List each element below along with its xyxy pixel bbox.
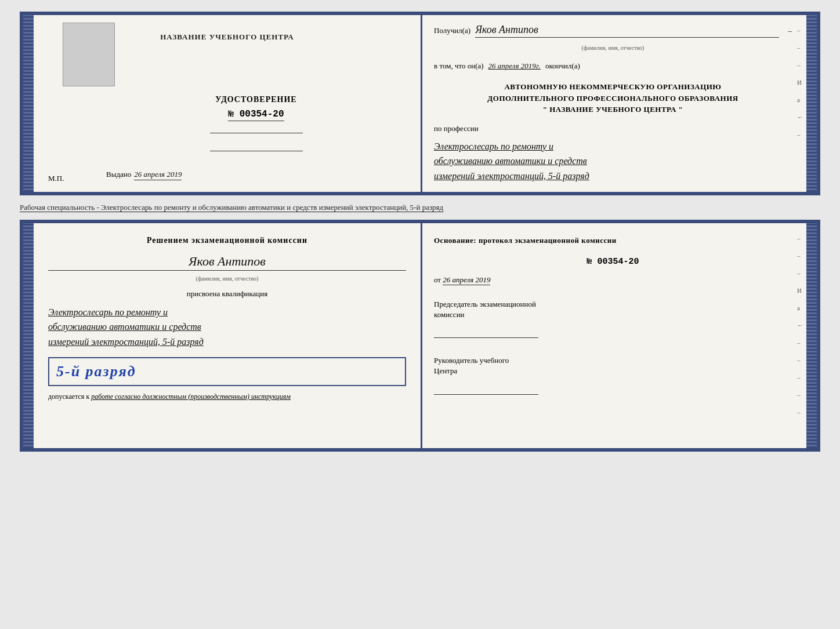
commission-title: Решением экзаменационной комиссии — [48, 235, 406, 246]
qual-line2: обслуживанию автоматики и средств — [48, 319, 406, 335]
director-line1: Руководитель учебного — [434, 355, 792, 366]
side-mark-b1: – — [797, 235, 806, 242]
date-value: 26 апреля 2019г. — [488, 61, 541, 71]
document-container: НАЗВАНИЕ УЧЕБНОГО ЦЕНТРА УДОСТОВЕРЕНИЕ №… — [20, 12, 820, 452]
recipient-line: Получил(а) Яков Антипов – — [434, 24, 792, 38]
recipient-sub-label: (фамилия, имя, отчество) — [434, 45, 792, 51]
side-mark-b9: – — [797, 374, 806, 381]
top-document: НАЗВАНИЕ УЧЕБНОГО ЦЕНТРА УДОСТОВЕРЕНИЕ №… — [20, 12, 820, 195]
protocol-date: от 26 апреля 2019 — [434, 275, 792, 285]
profession-line3: измерений электростанций, 5-й разряд — [434, 169, 792, 184]
side-mark-b8: – — [797, 357, 806, 363]
profession-line2: обслуживанию автоматики и средств — [434, 154, 792, 169]
chairman-signature-line — [434, 337, 538, 338]
org-block: АВТОНОМНУЮ НЕКОММЕРЧЕСКУЮ ОРГАНИЗАЦИЮ ДО… — [434, 81, 792, 115]
org-line2: ДОПОЛНИТЕЛЬНОГО ПРОФЕССИОНАЛЬНОГО ОБРАЗО… — [434, 93, 792, 104]
person-name-sub: (фамилия, имя, отчество) — [48, 275, 406, 282]
date-line: в том, что он(а) 26 апреля 2019г. окончи… — [434, 61, 792, 71]
rank-box: 5-й разряд — [48, 357, 406, 386]
left-page-top: НАЗВАНИЕ УЧЕБНОГО ЦЕНТРА УДОСТОВЕРЕНИЕ №… — [34, 15, 422, 192]
protocol-number: № 00354-20 — [434, 257, 792, 267]
director-line2: Центра — [434, 366, 792, 376]
basis-label: Основание: протокол экзаменационной коми… — [434, 235, 792, 246]
side-mark-b6: ← — [797, 322, 806, 329]
director-signature-line — [434, 394, 538, 395]
org-name: " НАЗВАНИЕ УЧЕБНОГО ЦЕНТРА " — [434, 104, 792, 115]
right-side-marks-bottom: – – – И а ← – – – – – — [797, 235, 806, 416]
chairman-line2: комиссии — [434, 310, 792, 320]
side-mark-6: ← — [797, 114, 806, 121]
side-mark-7: – — [797, 131, 806, 138]
side-mark-5: а — [797, 96, 806, 103]
side-mark-1: – — [797, 27, 806, 34]
cert-number: № 00354-20 — [228, 109, 284, 121]
side-mark-b3: – — [797, 270, 806, 277]
issued-date: 26 апреля 2019 — [134, 170, 182, 180]
bottom-left-page: Решением экзаменационной комиссии Яков А… — [34, 223, 422, 448]
chairman-line1: Председатель экзаменационной — [434, 299, 792, 310]
profession-text: Электрослесарь по ремонту и обслуживанию… — [434, 139, 792, 184]
qual-line1: Электрослесарь по ремонту и — [48, 305, 406, 320]
side-mark-b7: – — [797, 339, 806, 346]
bottom-document: Решением экзаменационной комиссии Яков А… — [20, 220, 820, 452]
qual-line3: измерений электростанций, 5-й разряд — [48, 335, 406, 350]
side-mark-b11: – — [797, 409, 806, 416]
cert-label: УДОСТОВЕРЕНИЕ — [215, 95, 296, 104]
left-spine-bottom — [23, 223, 34, 448]
person-name: Яков Антипов — [48, 254, 406, 271]
допускается-prefix: допускается к — [48, 392, 89, 401]
recipient-prefix: Получил(а) — [434, 26, 470, 35]
director-label: Руководитель учебного Центра — [434, 355, 792, 376]
right-side-marks-top: – – – И а ← – — [797, 27, 806, 138]
profession-line1: Электрослесарь по ремонту и — [434, 139, 792, 154]
profession-prefix: по профессии — [434, 124, 792, 133]
photo-placeholder — [63, 23, 115, 86]
допускается-line: допускается к работе согласно должностны… — [48, 392, 406, 401]
date-prefix: в том, что он(а) — [434, 61, 484, 71]
protocol-date-value: 26 апреля 2019 — [443, 275, 490, 285]
right-spine-bottom — [806, 223, 817, 448]
side-mark-2: – — [797, 44, 806, 51]
side-mark-b10: – — [797, 391, 806, 398]
side-mark-4: И — [797, 79, 806, 86]
допускается-text: работе согласно должностным (производств… — [91, 392, 291, 401]
mp-label: М.П. — [48, 174, 64, 183]
cert-block: УДОСТОВЕРЕНИЕ № 00354-20 — [106, 54, 406, 151]
left-page-content: НАЗВАНИЕ УЧЕБНОГО ЦЕНТРА УДОСТОВЕРЕНИЕ №… — [48, 27, 406, 180]
issued-block: Выдано 26 апреля 2019 — [106, 164, 182, 180]
side-mark-b4: И — [797, 287, 806, 294]
separator-text: Рабочая специальность - Электрослесарь п… — [20, 200, 820, 215]
org-line1: АВТОНОМНУЮ НЕКОММЕРЧЕСКУЮ ОРГАНИЗАЦИЮ — [434, 81, 792, 93]
issued-prefix: Выдано — [106, 170, 131, 179]
bottom-right-page: Основание: протокол экзаменационной коми… — [422, 223, 806, 448]
side-mark-b5: а — [797, 304, 806, 311]
left-spine — [23, 15, 34, 192]
recipient-name: Яков Антипов — [475, 24, 779, 38]
chairman-label: Председатель экзаменационной комиссии — [434, 299, 792, 320]
side-mark-b2: – — [797, 252, 806, 259]
right-page-top: Получил(а) Яков Антипов – (фамилия, имя,… — [422, 15, 806, 192]
protocol-date-prefix: от — [434, 275, 441, 284]
qualification-text: Электрослесарь по ремонту и обслуживанию… — [48, 305, 406, 350]
school-name-title: НАЗВАНИЕ УЧЕБНОГО ЦЕНТРА — [160, 32, 294, 42]
rank-text: 5-й разряд — [56, 363, 398, 380]
assigned-label: присвоена квалификация — [48, 289, 406, 299]
right-spine-top — [806, 15, 817, 192]
side-mark-3: – — [797, 61, 806, 68]
date-suffix: окончил(а) — [545, 61, 580, 71]
